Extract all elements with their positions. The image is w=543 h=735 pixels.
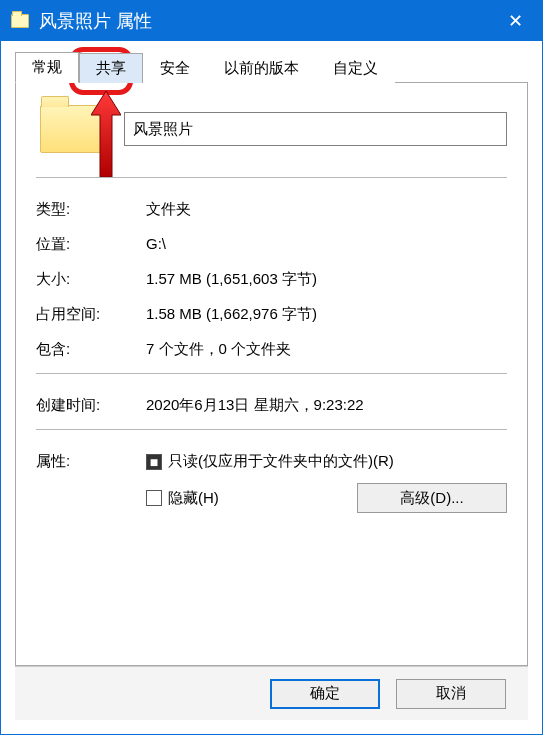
dialog-body: 常规 共享 安全 以前的版本 自定义 类型: 文件夹 位置: G:\ 大小: 1 <box>1 41 542 734</box>
advanced-button[interactable]: 高级(D)... <box>357 483 507 513</box>
hidden-label: 隐藏(H) <box>168 489 219 508</box>
tab-sharing[interactable]: 共享 <box>79 53 143 83</box>
row-location: 位置: G:\ <box>36 227 507 262</box>
folder-name-input[interactable] <box>124 112 507 146</box>
value-location: G:\ <box>146 235 507 254</box>
row-contains: 包含: 7 个文件，0 个文件夹 <box>36 332 507 367</box>
value-contains: 7 个文件，0 个文件夹 <box>146 340 507 359</box>
label-created: 创建时间: <box>36 396 146 415</box>
attributes-group: 属性: ■ 只读(仅应用于文件夹中的文件)(R) 隐藏(H) 高级(D)... <box>36 444 507 521</box>
label-size-on-disk: 占用空间: <box>36 305 146 324</box>
separator <box>36 177 507 178</box>
label-size: 大小: <box>36 270 146 289</box>
tab-security[interactable]: 安全 <box>143 53 207 83</box>
value-size: 1.57 MB (1,651,603 字节) <box>146 270 507 289</box>
value-size-on-disk: 1.58 MB (1,662,976 字节) <box>146 305 507 324</box>
separator <box>36 429 507 430</box>
label-location: 位置: <box>36 235 146 254</box>
value-type: 文件夹 <box>146 200 507 219</box>
label-type: 类型: <box>36 200 146 219</box>
readonly-checkbox[interactable]: ■ <box>146 454 162 470</box>
row-size: 大小: 1.57 MB (1,651,603 字节) <box>36 262 507 297</box>
separator <box>36 373 507 374</box>
tab-panel-general: 类型: 文件夹 位置: G:\ 大小: 1.57 MB (1,651,603 字… <box>15 82 528 666</box>
tab-general[interactable]: 常规 <box>15 52 79 83</box>
label-attributes: 属性: <box>36 452 146 513</box>
properties-dialog: 风景照片 属性 ✕ 常规 共享 安全 以前的版本 自定义 类型: 文件夹 位置:… <box>0 0 543 735</box>
hidden-checkbox-row: 隐藏(H) <box>146 489 219 508</box>
readonly-checkbox-row: ■ 只读(仅应用于文件夹中的文件)(R) <box>146 452 507 471</box>
tab-strip: 常规 共享 安全 以前的版本 自定义 <box>15 51 528 82</box>
row-type: 类型: 文件夹 <box>36 192 507 227</box>
folder-icon <box>11 14 29 28</box>
row-created: 创建时间: 2020年6月13日 星期六，9:23:22 <box>36 388 507 423</box>
label-contains: 包含: <box>36 340 146 359</box>
readonly-label: 只读(仅应用于文件夹中的文件)(R) <box>168 452 394 471</box>
titlebar: 风景照片 属性 ✕ <box>1 1 542 41</box>
window-title: 风景照片 属性 <box>39 9 492 33</box>
row-size-on-disk: 占用空间: 1.58 MB (1,662,976 字节) <box>36 297 507 332</box>
tab-customize[interactable]: 自定义 <box>316 53 395 83</box>
folder-large-icon <box>40 105 104 153</box>
close-button[interactable]: ✕ <box>492 1 538 41</box>
tab-previous-versions[interactable]: 以前的版本 <box>207 53 316 83</box>
ok-button[interactable]: 确定 <box>270 679 380 709</box>
hidden-checkbox[interactable] <box>146 490 162 506</box>
cancel-button[interactable]: 取消 <box>396 679 506 709</box>
dialog-footer: 确定 取消 <box>15 666 528 720</box>
value-created: 2020年6月13日 星期六，9:23:22 <box>146 396 507 415</box>
